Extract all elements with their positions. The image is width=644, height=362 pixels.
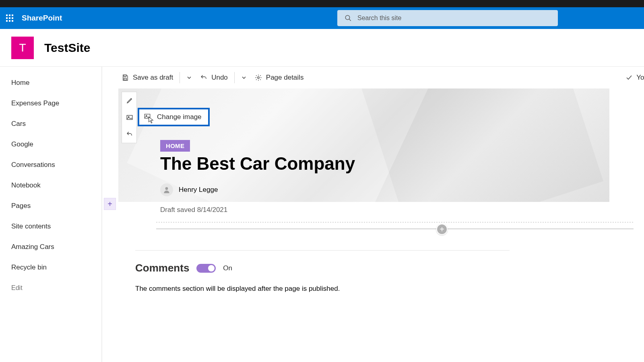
draft-status: Draft saved 8/14/2021 — [118, 206, 609, 214]
hero-edit-toolbar — [122, 92, 137, 143]
pencil-icon — [126, 97, 133, 104]
content-area: Save as draft Undo Page details You — [102, 67, 644, 362]
nav-item-pages[interactable]: Pages — [0, 195, 101, 216]
undo-icon — [126, 131, 133, 138]
comments-hint: The comments section will be displayed a… — [135, 285, 609, 293]
author-row: Henry Legge — [160, 183, 218, 196]
person-icon — [163, 186, 171, 194]
site-logo[interactable]: T — [11, 37, 34, 59]
image-icon — [126, 114, 133, 121]
image-tool-button[interactable] — [122, 109, 137, 126]
svg-point-9 — [345, 15, 350, 20]
nav-item-conversations[interactable]: Conversations — [0, 154, 101, 175]
chevron-down-icon — [187, 75, 192, 80]
svg-rect-3 — [6, 17, 8, 19]
author-name[interactable]: Henry Legge — [179, 186, 218, 194]
hero-banner[interactable]: Change image HOME The Best Car Company H… — [118, 88, 609, 202]
svg-rect-2 — [12, 14, 13, 16]
suite-header: SharePoint — [0, 7, 644, 29]
search-box[interactable] — [337, 10, 558, 26]
svg-rect-7 — [9, 20, 10, 22]
suite-brand[interactable]: SharePoint — [22, 14, 62, 23]
page-details-button[interactable]: Page details — [251, 71, 308, 84]
dashed-line — [156, 222, 634, 222]
nav-item-amazingcars[interactable]: Amazing Cars — [0, 237, 101, 257]
edit-tool-button[interactable] — [122, 92, 137, 109]
undo-button[interactable]: Undo — [196, 71, 232, 84]
svg-rect-0 — [6, 14, 8, 16]
divider — [180, 72, 180, 83]
cursor-icon — [147, 117, 155, 124]
nav-item-notebook[interactable]: Notebook — [0, 175, 101, 195]
svg-rect-8 — [12, 20, 13, 22]
page-title[interactable]: The Best Car Company — [160, 154, 355, 174]
page-details-label: Page details — [266, 74, 304, 82]
nav-item-google[interactable]: Google — [0, 134, 101, 154]
solid-line — [156, 228, 634, 229]
browser-top-bar — [0, 0, 644, 7]
svg-line-10 — [349, 19, 351, 21]
nav-item-cars[interactable]: Cars — [0, 113, 101, 134]
nav-item-sitecontents[interactable]: Site contents — [0, 216, 101, 237]
nav-item-home[interactable]: Home — [0, 72, 101, 93]
save-icon — [122, 74, 129, 81]
save-label: Save as draft — [133, 74, 173, 82]
hero-badge: HOME — [160, 140, 190, 152]
gear-icon — [255, 74, 262, 81]
comments-heading: Comments — [135, 262, 189, 274]
svg-rect-13 — [127, 115, 132, 120]
checkmark-icon — [626, 74, 632, 81]
waffle-icon — [6, 14, 13, 22]
add-webpart-button[interactable]: + — [436, 224, 448, 235]
undo-label: Undo — [211, 74, 228, 82]
section-divider: + — [118, 222, 609, 238]
avatar[interactable] — [160, 183, 173, 196]
svg-rect-6 — [6, 20, 8, 22]
undo-icon — [200, 74, 207, 81]
status-label: You — [636, 74, 644, 82]
divider — [234, 72, 235, 83]
save-as-draft-button[interactable]: Save as draft — [118, 71, 177, 84]
nav-item-recyclebin[interactable]: Recycle bin — [0, 257, 101, 278]
app-launcher-button[interactable] — [0, 7, 19, 29]
svg-rect-4 — [9, 17, 10, 19]
comments-toggle-label: On — [223, 264, 232, 272]
svg-rect-5 — [12, 17, 13, 19]
undo-dropdown[interactable] — [237, 75, 251, 80]
hero-area: Change image HOME The Best Car Company H… — [118, 88, 609, 293]
reset-tool-button[interactable] — [122, 126, 137, 143]
add-section-button[interactable]: + — [104, 198, 116, 210]
svg-rect-11 — [124, 78, 126, 80]
site-title[interactable]: TestSite — [44, 41, 90, 55]
save-dropdown[interactable] — [182, 75, 196, 80]
search-input[interactable] — [357, 14, 551, 22]
svg-rect-1 — [9, 14, 10, 16]
separator — [135, 250, 510, 251]
command-bar: Save as draft Undo Page details You — [102, 67, 644, 88]
site-header: T TestSite — [0, 29, 644, 67]
svg-point-17 — [165, 187, 168, 190]
comments-toggle[interactable] — [196, 264, 216, 273]
svg-point-12 — [258, 77, 260, 79]
chevron-down-icon — [242, 75, 246, 80]
change-image-tooltip[interactable]: Change image — [138, 108, 210, 126]
search-icon — [345, 14, 352, 22]
tooltip-label: Change image — [157, 113, 202, 121]
nav-item-expenses[interactable]: Expenses Page — [0, 93, 101, 113]
status-indicator: You — [626, 67, 644, 88]
comments-block: Comments On The comments section will be… — [118, 250, 609, 293]
nav-edit-link[interactable]: Edit — [0, 278, 101, 298]
left-navigation: Home Expenses Page Cars Google Conversat… — [0, 67, 102, 362]
